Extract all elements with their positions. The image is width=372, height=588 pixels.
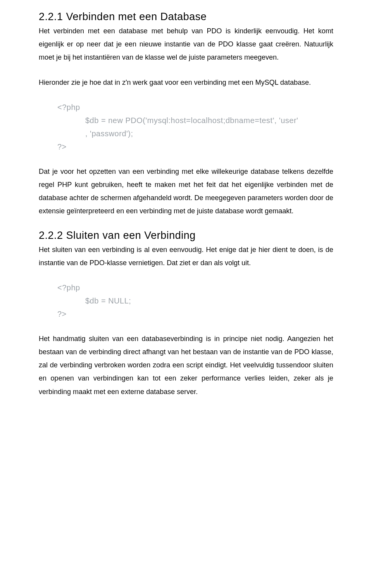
code-block-pdo-connect: <?php $db = new PDO('mysql:host=localhos… bbox=[57, 101, 333, 153]
paragraph: Het verbinden met een database met behul… bbox=[39, 24, 333, 64]
code-line: <?php bbox=[57, 281, 333, 294]
code-line: $db = new PDO('mysql:host=localhost;dbna… bbox=[57, 114, 333, 127]
code-block-pdo-close: <?php $db = NULL; ?> bbox=[57, 281, 333, 321]
paragraph: Het sluiten van een verbinding is al eve… bbox=[39, 243, 333, 269]
code-line: $db = NULL; bbox=[57, 294, 333, 307]
paragraph: Dat je voor het opzetten van een verbind… bbox=[39, 165, 333, 218]
document-page: 2.2.1 Verbinden met een Database Het ver… bbox=[0, 0, 372, 588]
heading-2-2-2: 2.2.2 Sluiten van een Verbinding bbox=[39, 230, 333, 242]
code-line: ?> bbox=[57, 140, 333, 153]
paragraph: Het handmatig sluiten van een databaseve… bbox=[39, 332, 333, 398]
code-line: , 'password'); bbox=[57, 127, 333, 140]
code-line: <?php bbox=[57, 101, 333, 114]
code-line: ?> bbox=[57, 307, 333, 321]
heading-2-2-1: 2.2.1 Verbinden met een Database bbox=[39, 11, 333, 23]
paragraph: Hieronder zie je hoe dat in z'n werk gaa… bbox=[39, 76, 333, 89]
